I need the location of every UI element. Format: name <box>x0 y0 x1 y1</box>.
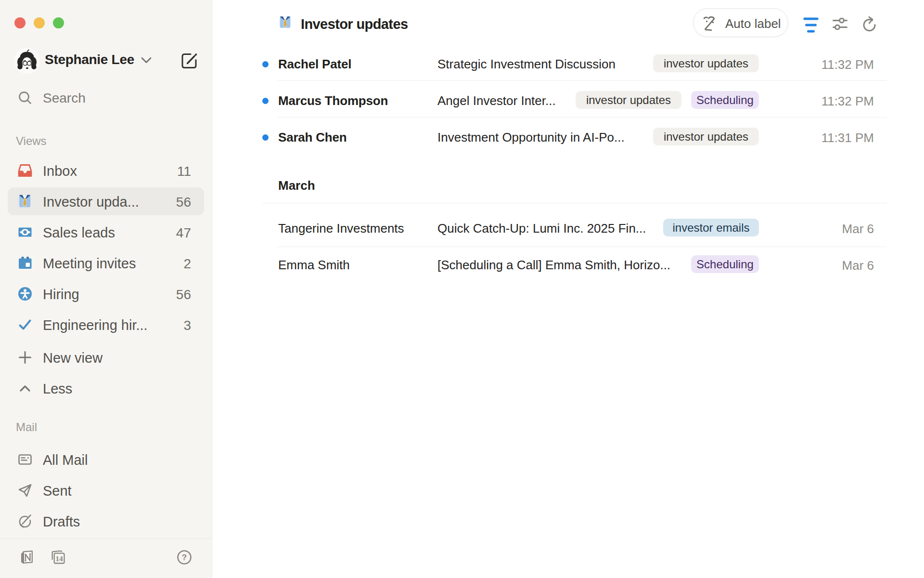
svg-text:?: ? <box>182 553 187 562</box>
svg-text:14: 14 <box>55 554 63 563</box>
